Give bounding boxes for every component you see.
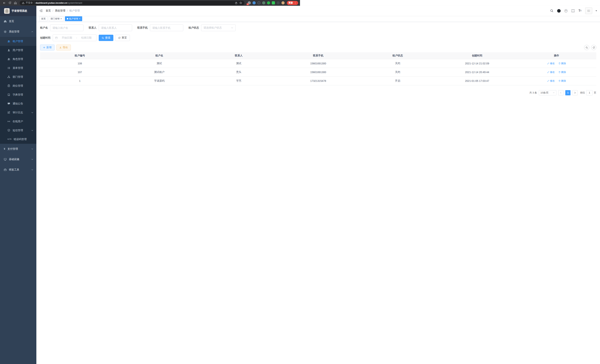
sidebar-item-infrastructure[interactable]: 基础设施 [0,154,36,165]
export-button-label: 导出 [63,46,68,49]
column-header[interactable]: 联系人 [199,52,279,59]
filter-status: 租户状态 请选择租户状态 [188,25,236,31]
sidebar-item-dev-tools[interactable]: 研发工具 [0,165,36,175]
extension-icon[interactable] [277,1,280,4]
sidebar-menu: 首页 系统管理 租户管理 用户管理 角色管理 菜单管理 [0,16,36,182]
column-header[interactable]: 联系手机 [279,52,300,59]
browser-reload-icon[interactable] [7,0,12,5]
sidebar-item-online-users[interactable]: 在线用户 [0,117,36,126]
tab-dept[interactable]: 部门管理 [49,16,64,21]
extension-icon[interactable] [267,1,270,4]
sidebar-item-label: 通知公告 [13,102,23,105]
chevron-down-icon [31,112,33,114]
browser-update-button[interactable]: 更新 ⋮ [287,1,298,5]
extension-icon[interactable] [262,1,265,4]
tenant-name-input[interactable] [53,26,81,29]
toolbox-icon [4,168,7,171]
chevron-up-icon [31,31,33,33]
sidebar-item-user[interactable]: 用户管理 [0,46,36,55]
tab-label: 部门管理 [51,17,60,20]
date-range-picker[interactable]: 开始日期 - 结束日期 [53,35,96,41]
reset-button[interactable]: 重置 [115,35,130,41]
breadcrumb-item-current: 租户管理 [69,9,80,12]
update-label: 更新 [289,1,293,4]
status-select[interactable]: 请选择租户状态 [201,25,236,31]
top-navbar: 首页 / 系统管理 / 租户管理 ? TT [36,6,300,16]
sidebar-item-system[interactable]: 系统管理 [0,27,36,37]
sidebar-item-role[interactable]: 角色管理 [0,55,36,64]
browser-toolbar: 不安全 dashboard.yudao.iocoder.cn/system/te… [0,0,300,6]
tenant-users-icon [7,40,10,43]
cell-tenant-name: 测试 [120,59,199,68]
tab-label: 租户管理 [69,17,78,20]
export-button[interactable]: 导出 [56,45,71,50]
extension-icon[interactable] [248,1,251,4]
tab-home[interactable]: 首页 [39,16,47,21]
sidebar-item-notice[interactable]: 通知公告 [0,99,36,108]
search-button[interactable]: 搜索 [99,35,113,41]
cell-contact: 测试 [199,59,279,68]
home-icon [4,20,7,23]
shield-icon [7,129,10,132]
sidebar-item-post[interactable]: 岗位管理 [0,82,36,90]
sidebar-item-audit-log[interactable]: 审计日志 [0,108,36,117]
pagination: 共 3 条 10条/页 1 前往 页 [40,90,300,95]
security-warning-icon [22,2,25,4]
sidebar-item-label: 在线用户 [13,120,23,123]
user-icon [7,49,10,52]
field-label: 租户状态 [188,26,199,29]
cell-tenant-name: 芋道源码 [120,76,199,85]
table-row[interactable]: 107 测试租户 秃头 15601691300 关闭 2021-12-14 20… [40,68,300,76]
sidebar-item-dept[interactable]: 部门管理 [0,73,36,82]
contact-input[interactable] [101,26,130,29]
address-bar[interactable]: 不安全 dashboard.yudao.iocoder.cn/system/te… [20,1,244,5]
tab-label: 首页 [41,17,46,20]
breadcrumb: 首页 / 系统管理 / 租户管理 [46,9,80,12]
table-row[interactable]: 108 测试 测试 15601691300 关闭 2021-12-14 21:0… [40,59,300,68]
close-icon[interactable] [79,18,80,20]
page-content: 租户名 联系人 联系手机 租户状态 请选择租户状态 [36,22,300,182]
tenant-table: 租户编号 租户名 联系人 联系手机 租户状态 创建时间 操作 108 测试 测试 [40,52,300,85]
share-icon[interactable] [235,2,237,4]
extension-icon[interactable] [281,1,285,4]
sidebar-item-home[interactable]: 首页 [0,16,36,27]
browser-home-icon[interactable] [13,0,18,5]
field-label: 租户名 [40,26,48,29]
extension-icon[interactable] [253,1,256,4]
date-start-placeholder: 开始日期 [59,36,75,39]
column-header[interactable]: 租户名 [120,52,199,59]
bookmark-star-icon[interactable] [239,1,242,4]
extension-icon[interactable] [257,1,261,4]
log-edit-icon [7,111,10,114]
breadcrumb-item[interactable]: 系统管理 [55,9,65,12]
sidebar-item-menu[interactable]: 菜单管理 [0,64,36,73]
code-icon: </> [7,138,11,141]
sidebar-item-tenant[interactable]: 租户管理 [0,37,36,46]
cell-tenant-id: 108 [40,59,120,68]
yen-icon: ¥ [4,148,5,150]
table-header-row: 租户编号 租户名 联系人 联系手机 租户状态 创建时间 操作 [40,52,300,59]
extension-tray [248,1,285,4]
filter-tenant-name: 租户名 [40,25,84,31]
sidebar-collapse-icon[interactable] [39,9,43,12]
sidebar-item-label: 系统管理 [9,30,19,33]
sidebar-item-label: 基础设施 [9,158,19,161]
sidebar-item-error-code[interactable]: </> 错误码管理 [0,135,36,144]
sidebar-item-sms[interactable]: 短信管理 [0,126,36,135]
sidebar-item-dict[interactable]: 字典管理 [0,90,36,99]
close-icon[interactable] [60,18,62,20]
menu-list-icon [7,67,10,70]
chevron-down-icon [231,27,233,29]
phone-input[interactable] [152,26,181,29]
chevron-down-icon [31,129,33,131]
column-header[interactable]: 租户编号 [40,52,120,59]
tab-tenant[interactable]: 租户管理 [65,16,82,21]
table-row[interactable]: 1 芋道源码 芋艿 17321315478 开启 2021-01-05 17:0… [40,76,300,85]
breadcrumb-item[interactable]: 首页 [46,9,51,12]
sidebar-item-payment[interactable]: ¥ 支付管理 [0,144,36,154]
cell-tenant-id: 107 [40,68,120,76]
browser-menu-icon[interactable]: ⋮ [294,1,297,4]
add-button[interactable]: 新增 [40,45,55,50]
browser-back-icon[interactable] [2,0,7,5]
extension-icon[interactable] [272,1,275,4]
